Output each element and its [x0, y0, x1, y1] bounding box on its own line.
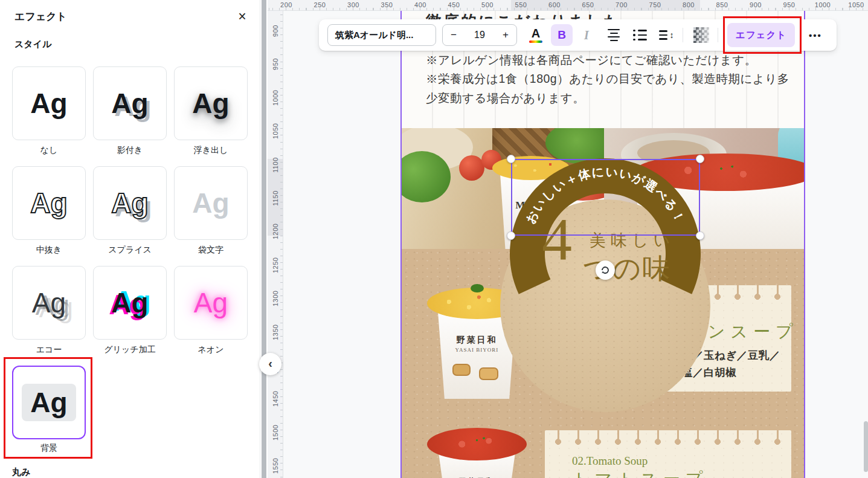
style-option-outline[interactable]: Ag [174, 166, 248, 240]
style-preview-shadow: Ag [111, 89, 148, 117]
product-card-2[interactable]: 02.Tomato Soup トマトスープ [545, 430, 791, 478]
ruler-left-label: 1050 [272, 123, 279, 139]
ruler-left-label: 1200 [272, 224, 279, 239]
card2-product-name: トマトスープ [572, 468, 708, 478]
style-option-neon[interactable]: Ag [174, 266, 248, 340]
ruler-top-label: 900 [750, 1, 762, 8]
selection-rectangle[interactable] [511, 159, 700, 236]
style-option-shadow[interactable]: Ag [93, 66, 167, 140]
selection-handle-bottom-right[interactable] [696, 231, 704, 240]
ruler-left-label: 950 [272, 56, 279, 72]
style-label-hollow: 中抜き [12, 245, 86, 256]
ruler-top-label: 350 [381, 1, 393, 8]
crouton-2 [479, 367, 498, 380]
ruler-top-label: 800 [683, 1, 695, 8]
style-label-echo: エコー [12, 344, 86, 355]
transparency-checker-icon [693, 27, 709, 43]
ruler-left-label: 1300 [272, 291, 279, 306]
rainbow-color-bar [529, 40, 542, 44]
rotate-handle[interactable] [596, 260, 615, 280]
ruler-top-label: 850 [716, 1, 728, 8]
font-size-value[interactable]: 19 [474, 30, 485, 40]
style-section-title: スタイル [14, 39, 51, 50]
text-align-button[interactable] [603, 24, 625, 46]
canvas-nutrition-note-line1[interactable]: ※栄養成分は1食（180g）あたりの目安であり、製造時期により多 [426, 71, 789, 87]
font-size-decrease-button[interactable]: − [451, 29, 457, 41]
close-icon[interactable]: × [233, 7, 251, 25]
style-option-background[interactable]: Ag [12, 366, 86, 439]
style-label-shadow: 影付き [93, 145, 167, 156]
ruler-top: 2002503003504004505005506006507007508008… [268, 0, 868, 11]
canvas-allergen-note[interactable]: ※アレルゲン情報は各商品ページにてご確認いただけます。 [426, 52, 757, 68]
style-label-splice: スプライス [93, 245, 167, 256]
ruler-left-label: 900 [272, 23, 279, 39]
style-preview-lift: Ag [192, 89, 229, 117]
ruler-top-label: 750 [649, 1, 661, 8]
style-preview-none: Ag [30, 89, 67, 117]
toolbar-divider [683, 28, 683, 42]
selection-handle-top-left[interactable] [507, 155, 515, 163]
style-preview-neon: Ag [194, 289, 228, 317]
style-option-glitch[interactable]: Ag [93, 266, 167, 340]
style-preview-splice: Ag [111, 189, 148, 217]
style-option-none[interactable]: Ag [12, 66, 86, 140]
ruler-left-label: 1350 [272, 325, 279, 340]
canvas-scrollbar[interactable] [864, 421, 868, 472]
style-label-glitch: グリッチ加工 [93, 344, 167, 355]
app-root: 徹底的にこだわりました ※アレルゲン情報は各商品ページにてご確認いただけます。 … [0, 0, 868, 478]
line-spacing-button[interactable]: ↕ [655, 24, 678, 46]
font-size-increase-button[interactable]: + [503, 29, 509, 41]
ruler-top-label: 250 [314, 1, 326, 8]
style-preview-glitch: Ag [111, 289, 148, 317]
style-preview-hollow: Ag [30, 189, 67, 217]
style-preview-outline: Ag [192, 189, 229, 217]
ruler-top-label: 650 [582, 1, 594, 8]
ruler-top-label: 200 [280, 1, 292, 8]
selection-handle-bottom-left[interactable] [507, 231, 515, 240]
tomato-soup-surface [427, 428, 527, 460]
ruler-left-label: 1550 [272, 458, 279, 474]
style-label-neon: ネオン [174, 344, 248, 355]
ruler-top-label: 950 [783, 1, 796, 8]
style-option-hollow[interactable]: Ag [12, 166, 86, 240]
style-label-lift: 浮き出し [174, 145, 248, 156]
tomato-soup-cup[interactable]: 野菜日和 [427, 423, 527, 478]
text-color-button[interactable]: A [526, 24, 546, 46]
style-label-outline: 袋文字 [174, 245, 248, 256]
toolbar-divider [718, 28, 718, 42]
card2-perforation [548, 430, 788, 447]
spacing-icon [659, 30, 667, 40]
roundness-section-title: 丸み [12, 467, 30, 478]
ruler-top-label: 600 [548, 1, 561, 8]
style-option-splice[interactable]: Ag [93, 166, 167, 240]
ruler-top-label: 550 [515, 1, 527, 8]
ruler-top-selection-band [511, 0, 700, 10]
style-preview-echo: Ag [32, 289, 66, 317]
effects-button[interactable]: エフェクト [727, 23, 795, 47]
ruler-top-label: 500 [481, 1, 493, 8]
panel-collapse-button[interactable]: ‹ [259, 353, 281, 375]
ruler-left-label: 1100 [272, 157, 279, 173]
ruler-left: 9009501000105011001150120012501300135014… [268, 11, 283, 478]
italic-button[interactable]: I [577, 24, 596, 46]
bullet-list-button[interactable] [629, 24, 651, 46]
ruler-top-label: 1000 [815, 1, 831, 8]
ruler-top-label: 1050 [848, 1, 864, 8]
more-options-button[interactable]: ••• [802, 24, 829, 46]
text-toolbar: 筑紫Aオールド明... − 19 + A B I ↕ エフェクト •• [319, 19, 837, 51]
font-family-selector[interactable]: 筑紫Aオールド明... [327, 24, 436, 46]
bold-button[interactable]: B [551, 24, 573, 46]
garnish-sprig [471, 284, 484, 292]
style-label-none: なし [12, 145, 86, 156]
ruler-top-label: 300 [347, 1, 359, 8]
style-preview-background: Ag [22, 384, 76, 421]
style-option-echo[interactable]: Ag [12, 266, 86, 340]
rotate-icon [600, 265, 610, 275]
transparency-button[interactable] [691, 25, 712, 45]
panel-scrollbar[interactable] [262, 0, 266, 478]
style-option-lift[interactable]: Ag [174, 66, 248, 140]
selection-handle-top-right[interactable] [696, 155, 704, 163]
canvas-nutrition-note-line2[interactable]: 少変動する場合があります。 [426, 90, 585, 106]
effects-panel: エフェクト × スタイル Ag Ag Ag なし 影付き 浮き出し Ag Ag … [0, 0, 260, 478]
ruler-left-label: 1500 [272, 425, 279, 441]
